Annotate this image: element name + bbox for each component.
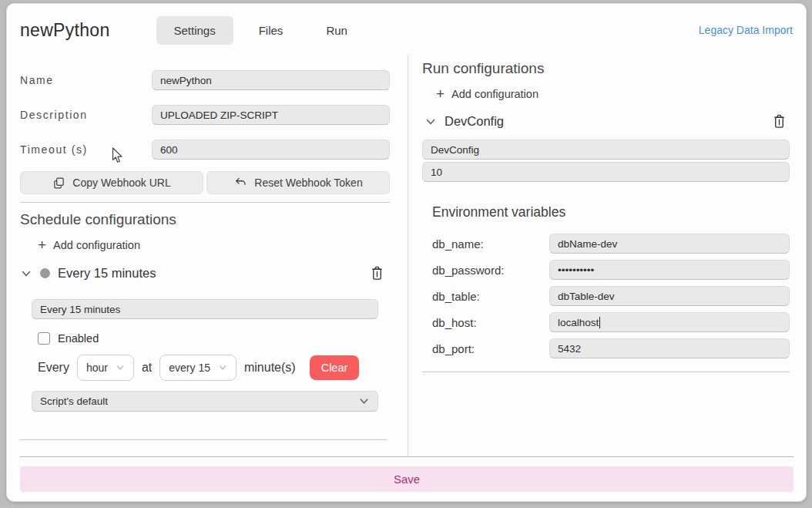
env-var-label: db_port:	[422, 342, 549, 355]
env-var-row: db_name: dbName-dev	[422, 234, 790, 254]
description-input[interactable]: UPLOADED ZIP-SCRIPT	[152, 105, 390, 125]
legacy-data-import-link[interactable]: Legacy Data Import	[699, 24, 793, 36]
tab-settings[interactable]: Settings	[156, 16, 233, 45]
text-caret	[599, 317, 600, 328]
db-port-value: 5432	[558, 343, 581, 355]
schedule-config-header: Every 15 minutes	[20, 265, 390, 281]
header: newPython Settings Files Run Legacy Data…	[20, 14, 793, 46]
enabled-checkbox[interactable]	[38, 332, 50, 345]
delete-run-config-trash-icon[interactable]	[772, 113, 787, 130]
cron-unit-value: hour	[86, 362, 108, 374]
env-var-row: db_password: ••••••••••	[422, 260, 790, 280]
timeout-field-label: Timeout (s)	[20, 143, 152, 156]
settings-divider	[20, 202, 390, 203]
chevron-down-icon	[218, 363, 227, 372]
copy-icon	[52, 177, 65, 190]
cron-minute-value: every 15	[169, 362, 210, 374]
db-password-input[interactable]: ••••••••••	[549, 260, 790, 280]
add-run-configuration-label: Add configuration	[451, 88, 539, 100]
db-table-value: dbTable-dev	[558, 291, 615, 302]
copy-webhook-url-button[interactable]: Copy Webhook URL	[20, 171, 203, 194]
db-port-input[interactable]: 5432	[549, 338, 790, 358]
undo-arrow-icon	[233, 176, 247, 190]
cron-settings-row: Every hour at every 15 minute(s) Clear	[38, 355, 390, 381]
enabled-checkbox-label: Enabled	[58, 332, 99, 345]
runtime-select[interactable]: Script's default	[32, 391, 378, 412]
env-var-label: db_host:	[422, 316, 549, 329]
environment-variables-heading: Environment variables	[432, 204, 790, 220]
save-button[interactable]: Save	[20, 466, 794, 492]
db-host-input[interactable]: localhost	[549, 312, 790, 332]
env-var-label: db_password:	[422, 264, 549, 277]
env-var-row: db_host: localhost	[422, 312, 790, 332]
tab-run[interactable]: Run	[308, 16, 365, 45]
runtime-select-value: Script's default	[40, 395, 108, 407]
run-config-name-input[interactable]: DevConfig	[422, 140, 790, 160]
run-config-timeout-input[interactable]: 10	[422, 162, 790, 182]
chevron-down-icon[interactable]	[20, 267, 32, 280]
description-field-label: Description	[20, 109, 152, 121]
name-input[interactable]: newPython	[152, 70, 390, 90]
run-config-title: DevConfig	[445, 114, 504, 129]
name-input-value: newPython	[160, 75, 212, 86]
db-name-input[interactable]: dbName-dev	[549, 234, 790, 254]
chevron-down-icon[interactable]	[424, 116, 437, 128]
reset-webhook-token-button[interactable]: Reset Webhook Token	[206, 171, 390, 194]
copy-webhook-url-label: Copy Webhook URL	[72, 177, 170, 189]
run-config-header: DevConfig	[422, 113, 790, 130]
run-configurations-heading: Run configurations	[422, 60, 790, 77]
app-card: newPython Settings Files Run Legacy Data…	[6, 3, 807, 502]
run-config-timeout-value: 10	[431, 167, 442, 178]
db-table-input[interactable]: dbTable-dev	[549, 286, 790, 306]
schedule-configurations-heading: Schedule configurations	[20, 211, 390, 228]
at-label: at	[142, 361, 152, 375]
schedule-name-input[interactable]: Every 15 minutes	[32, 299, 378, 319]
cron-minute-select[interactable]: every 15	[159, 355, 237, 381]
add-schedule-configuration-button[interactable]: + Add configuration	[38, 237, 390, 252]
timeout-field-row: Timeout (s) 600	[20, 140, 390, 160]
schedule-status-dot	[40, 268, 50, 278]
panel-divider	[408, 55, 408, 456]
plus-icon: +	[38, 237, 46, 252]
run-config-bottom-divider	[422, 372, 790, 372]
timeout-input[interactable]: 600	[152, 140, 390, 160]
delete-schedule-trash-icon[interactable]	[370, 265, 384, 281]
env-var-label: db_table:	[422, 290, 549, 303]
db-host-value: localhost	[558, 317, 599, 328]
add-schedule-configuration-label: Add configuration	[53, 239, 140, 251]
page-title: newPython	[20, 20, 110, 41]
env-var-label: db_name:	[422, 237, 549, 251]
add-run-configuration-button[interactable]: + Add configuration	[436, 86, 790, 101]
run-config-name-value: DevConfig	[431, 144, 479, 156]
description-field-row: Description UPLOADED ZIP-SCRIPT	[20, 105, 390, 125]
chevron-down-icon	[358, 395, 370, 407]
db-name-value: dbName-dev	[558, 238, 617, 250]
webhook-buttons: Copy Webhook URL Reset Webhook Token	[20, 171, 390, 194]
reset-webhook-token-label: Reset Webhook Token	[254, 177, 362, 189]
plus-icon: +	[436, 86, 445, 101]
name-field-row: Name newPython	[20, 70, 390, 90]
settings-panel: Name newPython Description UPLOADED ZIP-…	[20, 55, 390, 440]
run-configurations-panel: Run configurations + Add configuration D…	[422, 55, 790, 372]
enabled-checkbox-row: Enabled	[38, 332, 390, 345]
schedule-config-title: Every 15 minutes	[58, 266, 156, 281]
tab-files[interactable]: Files	[241, 16, 301, 45]
clear-button[interactable]: Clear	[310, 355, 360, 380]
every-label: Every	[38, 361, 69, 375]
env-var-row: db_port: 5432	[422, 338, 790, 358]
schedule-name-input-value: Every 15 minutes	[40, 304, 120, 315]
timeout-input-value: 600	[160, 144, 178, 156]
schedule-bottom-divider	[20, 439, 387, 440]
tab-bar: Settings Files Run	[156, 16, 365, 45]
chevron-down-icon	[116, 363, 125, 372]
cron-unit-select[interactable]: hour	[77, 355, 134, 381]
db-password-value: ••••••••••	[558, 264, 594, 276]
minutes-label: minute(s)	[244, 361, 296, 375]
description-input-value: UPLOADED ZIP-SCRIPT	[160, 109, 278, 121]
name-field-label: Name	[20, 74, 152, 86]
footer-divider	[20, 456, 794, 457]
env-var-row: db_table: dbTable-dev	[422, 286, 790, 306]
